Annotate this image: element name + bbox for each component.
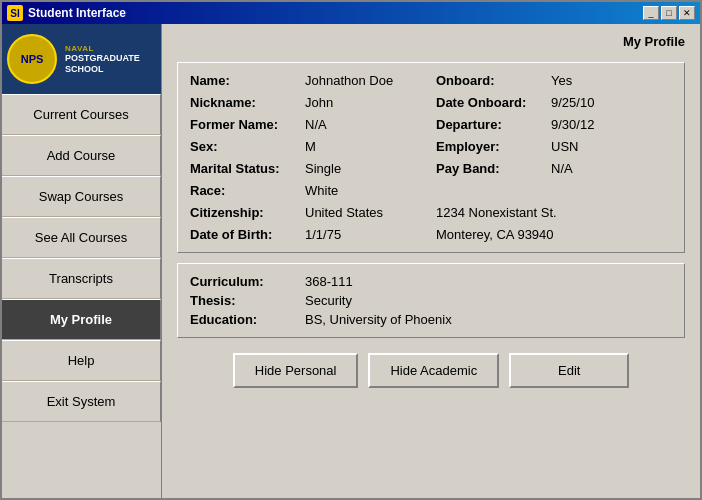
marital-label: Marital Status: xyxy=(190,161,300,176)
sidebar: NPS NAVAL POSTGRADUATESCHOOL Current Cou… xyxy=(2,24,162,498)
nav-transcripts[interactable]: Transcripts xyxy=(2,258,161,299)
sidebar-nav: Current Courses Add Course Swap Courses … xyxy=(2,94,161,498)
window-controls: _ □ ✕ xyxy=(643,6,695,20)
school-name-block: NAVAL POSTGRADUATESCHOOL xyxy=(65,44,140,75)
personal-info-grid: Name: Johnathon Doe Onboard: Yes Nicknam… xyxy=(190,71,672,244)
thesis-label: Thesis: xyxy=(190,293,300,308)
hide-academic-button[interactable]: Hide Academic xyxy=(368,353,499,388)
onboard-row: Onboard: Yes xyxy=(436,71,672,90)
curriculum-row: Curriculum: 368-111 xyxy=(190,272,672,291)
thesis-row: Thesis: Security xyxy=(190,291,672,310)
race-label: Race: xyxy=(190,183,300,198)
empty-cell xyxy=(436,181,672,200)
nav-help[interactable]: Help xyxy=(2,340,161,381)
date-onboard-label: Date Onboard: xyxy=(436,95,546,110)
personal-info-box: Name: Johnathon Doe Onboard: Yes Nicknam… xyxy=(177,62,685,253)
name-row: Name: Johnathon Doe xyxy=(190,71,426,90)
content-area: NPS NAVAL POSTGRADUATESCHOOL Current Cou… xyxy=(2,24,700,498)
date-onboard-row: Date Onboard: 9/25/10 xyxy=(436,93,672,112)
citizenship-value: United States xyxy=(305,205,383,220)
former-name-label: Former Name: xyxy=(190,117,300,132)
sidebar-logo: NPS NAVAL POSTGRADUATESCHOOL xyxy=(2,24,161,94)
departure-value: 9/30/12 xyxy=(551,117,594,132)
nav-my-profile[interactable]: My Profile xyxy=(2,299,161,340)
nav-current-courses[interactable]: Current Courses xyxy=(2,94,161,135)
employer-label: Employer: xyxy=(436,139,546,154)
dob-value: 1/1/75 xyxy=(305,227,341,242)
departure-row: Departure: 9/30/12 xyxy=(436,115,672,134)
departure-label: Departure: xyxy=(436,117,546,132)
thesis-value: Security xyxy=(305,293,352,308)
nav-swap-courses[interactable]: Swap Courses xyxy=(2,176,161,217)
address2-value: Monterey, CA 93940 xyxy=(436,227,554,242)
citizenship-label: Citizenship: xyxy=(190,205,300,220)
nav-add-course[interactable]: Add Course xyxy=(2,135,161,176)
pay-band-row: Pay Band: N/A xyxy=(436,159,672,178)
education-label: Education: xyxy=(190,312,300,327)
citizenship-row: Citizenship: United States xyxy=(190,203,426,222)
name-label: Name: xyxy=(190,73,300,88)
nps-text: NPS xyxy=(21,53,44,65)
onboard-label: Onboard: xyxy=(436,73,546,88)
employer-row: Employer: USN xyxy=(436,137,672,156)
nickname-value: John xyxy=(305,95,333,110)
window-title: Student Interface xyxy=(28,6,126,20)
academic-info-box: Curriculum: 368-111 Thesis: Security Edu… xyxy=(177,263,685,338)
onboard-value: Yes xyxy=(551,73,572,88)
minimize-button[interactable]: _ xyxy=(643,6,659,20)
education-value: BS, University of Phoenix xyxy=(305,312,452,327)
section-title: My Profile xyxy=(177,34,685,49)
sex-row: Sex: M xyxy=(190,137,426,156)
address1-value: 1234 Nonexistant St. xyxy=(436,205,557,220)
marital-row: Marital Status: Single xyxy=(190,159,426,178)
curriculum-label: Curriculum: xyxy=(190,274,300,289)
former-name-value: N/A xyxy=(305,117,327,132)
race-value: White xyxy=(305,183,338,198)
curriculum-value: 368-111 xyxy=(305,274,353,289)
hide-personal-button[interactable]: Hide Personal xyxy=(233,353,359,388)
maximize-button[interactable]: □ xyxy=(661,6,677,20)
employer-value: USN xyxy=(551,139,578,154)
marital-value: Single xyxy=(305,161,341,176)
sex-value: M xyxy=(305,139,316,154)
title-bar-left: SI Student Interface xyxy=(7,5,126,21)
main-content: My Profile Name: Johnathon Doe Onboard: … xyxy=(162,24,700,498)
nps-logo-circle: NPS xyxy=(7,34,57,84)
title-bar: SI Student Interface _ □ ✕ xyxy=(2,2,700,24)
dob-label: Date of Birth: xyxy=(190,227,300,242)
dob-row: Date of Birth: 1/1/75 xyxy=(190,225,426,244)
former-name-row: Former Name: N/A xyxy=(190,115,426,134)
race-row: Race: White xyxy=(190,181,426,200)
sex-label: Sex: xyxy=(190,139,300,154)
edit-button[interactable]: Edit xyxy=(509,353,629,388)
window-icon: SI xyxy=(7,5,23,21)
nav-exit-system[interactable]: Exit System xyxy=(2,381,161,422)
school-line2: POSTGRADUATESCHOOL xyxy=(65,53,140,75)
nav-see-all-courses[interactable]: See All Courses xyxy=(2,217,161,258)
close-button[interactable]: ✕ xyxy=(679,6,695,20)
nickname-label: Nickname: xyxy=(190,95,300,110)
address1-row: 1234 Nonexistant St. xyxy=(436,203,672,222)
school-line1: NAVAL xyxy=(65,44,140,53)
main-window: SI Student Interface _ □ ✕ NPS NAVAL POS… xyxy=(0,0,702,500)
pay-band-value: N/A xyxy=(551,161,573,176)
address2-row: Monterey, CA 93940 xyxy=(436,225,672,244)
action-buttons: Hide Personal Hide Academic Edit xyxy=(177,353,685,388)
education-row: Education: BS, University of Phoenix xyxy=(190,310,672,329)
name-value: Johnathon Doe xyxy=(305,73,393,88)
pay-band-label: Pay Band: xyxy=(436,161,546,176)
date-onboard-value: 9/25/10 xyxy=(551,95,594,110)
nickname-row: Nickname: John xyxy=(190,93,426,112)
